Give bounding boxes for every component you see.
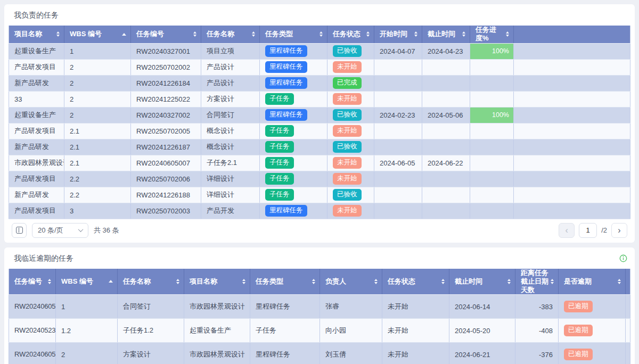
task-status-badge: 已验收 [333,45,362,57]
column-header[interactable]: WBS 编号 [64,26,131,43]
prev-page-button[interactable]: ‹ [559,223,575,238]
sort-carets-icon[interactable] [441,279,445,284]
sort-asc-icon[interactable] [109,280,113,283]
cell-wbs-number: 2 [64,91,131,107]
column-header[interactable]: 任务类型 [250,269,320,295]
sort-carets-icon[interactable] [312,279,315,284]
column-header-inner: 任务状态 [333,30,370,38]
cell-task-name: 合同签订 [201,107,260,123]
cell-wbs-number: 2.2 [64,187,131,203]
task-status-badge: 已验收 [333,141,362,153]
column-header-inner: 任务状态 [388,277,445,286]
column-header-label: WBS 编号 [70,30,102,38]
table-row[interactable]: 产品研发项目3RW20250702003产品开发里程碑任务未开始 [9,203,630,219]
next-page-button[interactable]: › [611,223,627,238]
sort-carets-icon[interactable] [242,279,245,284]
table-row[interactable]: 产品研发项目2RW20250702002产品设计里程碑任务未开始 [9,59,630,75]
cell-task-number: RW20250702006 [131,171,201,187]
sort-carets-icon[interactable] [551,279,554,284]
cell-project-name: 市政园林景观设计 [184,343,250,364]
sort-carets-icon[interactable] [374,279,378,284]
column-header-inner: 截止时间 [455,277,511,286]
table-row[interactable]: 新产品研发2RW20241226184产品设计里程碑任务已完成 [9,75,630,91]
table-row[interactable]: 产品研发项目2.1RW20250702005概念设计子任务未开始 [9,123,630,139]
column-header[interactable]: 截止时间 [422,26,470,43]
cell-project-name: 33 [9,91,64,107]
task-type-badge: 里程碑任务 [265,61,307,73]
sort-carets-icon[interactable] [366,31,370,37]
caret-down-icon [551,282,554,284]
cell-task-number: RW20240327002 [131,107,201,123]
sort-carets-icon[interactable] [252,31,255,37]
column-header[interactable]: 任务进度% [470,26,514,43]
cell-start-date [374,139,422,155]
circle-info-icon[interactable] [619,254,627,262]
sort-asc-icon[interactable] [122,33,126,36]
cell-progress [470,187,514,203]
table-row[interactable]: 新产品研发2.1RW20241226187概念设计子任务已验收 [9,139,630,155]
cell-task-name: 产品设计 [201,59,260,75]
cell-wbs-number: 2 [64,59,131,75]
column-header[interactable]: 项目名称 [184,269,250,295]
column-header-label: 任务编号 [14,277,42,286]
column-header[interactable]: 距离任务截止日期天数 [515,269,559,295]
column-header[interactable]: WBS 编号 [56,269,118,295]
table-row[interactable]: 产品研发项目2.2RW20250702006详细设计子任务未开始 [9,171,630,187]
cell-task-number: RW20240605007 [131,155,201,171]
table-row[interactable]: 起重设备生产2RW20240327002合同签订里程碑任务已验收2024-02-… [9,107,630,123]
column-header-inner: 距离任务截止日期天数 [521,269,554,295]
table-row[interactable]: RW202406050022方案设计市政园林景观设计里程碑任务刘玉倩未开始202… [9,343,630,364]
table-row[interactable]: 市政园林景观设计2.1RW20240605007子任务2.1子任务未开始2024… [9,155,630,171]
sort-carets-icon[interactable] [618,279,621,284]
column-settings-button[interactable] [12,223,27,238]
task-type-badge: 子任务 [265,173,294,185]
column-header[interactable]: 任务状态 [382,269,449,295]
sort-carets-icon[interactable] [48,279,51,284]
sort-carets-icon[interactable] [56,31,60,37]
caret-up-icon [312,279,315,281]
cell-task-type: 子任务 [250,319,320,343]
sort-carets-icon[interactable] [176,279,179,284]
cell-progress [470,155,514,171]
current-page-input[interactable] [579,223,597,238]
column-header[interactable]: 任务名称 [118,269,184,295]
table-row[interactable]: RW202406050011合同签订市政园林景观设计里程碑任务张睿未开始2024… [9,295,630,319]
page-size-select[interactable]: 20 条/页 [32,223,88,238]
cell-start-date [374,123,422,139]
column-header[interactable]: 开始时间 [374,26,422,43]
cell-filler [514,107,630,123]
column-header[interactable]: 项目名称 [9,26,64,43]
table-row[interactable]: 起重设备生产1RW20240327001项目立项里程碑任务已验收2024-04-… [9,43,630,59]
column-header-label: 任务进度% [476,26,504,43]
column-header[interactable]: 任务编号 [9,269,56,295]
column-header[interactable]: 任务类型 [260,26,327,43]
caret-down-icon [374,282,378,284]
cell-task-status: 未开始 [382,295,449,319]
column-header[interactable]: 截止时间 [449,269,515,295]
column-header[interactable]: 负责人 [320,269,382,295]
task-type-badge: 里程碑任务 [265,77,307,89]
column-header[interactable]: 任务名称 [201,26,260,43]
task-status-badge: 已完成 [333,77,362,89]
sort-carets-icon[interactable] [507,279,511,284]
cell-task-name: 概念设计 [201,123,260,139]
column-header-label: 是否逾期 [564,277,592,286]
caret-up-icon [176,279,179,281]
task-status-badge: 未开始 [333,157,362,169]
cell-start-date [374,59,422,75]
table-row[interactable]: 332RW20241225022方案设计子任务未开始 [9,91,630,107]
table-row[interactable]: RW202405230011.2子任务1.2起重设备生产子任务向小园未开始202… [9,319,630,343]
cell-task-type: 子任务 [260,171,327,187]
caret-down-icon [193,35,196,37]
column-header[interactable]: 是否逾期 [559,269,626,295]
table-row[interactable]: 新产品研发2.2RW20241226188详细设计子任务已验收 [9,187,630,203]
sort-carets-icon[interactable] [193,31,196,37]
sort-carets-icon[interactable] [414,31,417,37]
sort-carets-icon[interactable] [462,31,465,37]
cell-end-date: 2024-04-23 [422,43,470,59]
sort-carets-icon[interactable] [320,31,323,37]
sort-carets-icon[interactable] [506,31,509,37]
column-header[interactable]: 任务状态 [327,26,374,43]
column-header[interactable]: 任务编号 [131,26,201,43]
cell-task-type: 子任务 [260,155,327,171]
